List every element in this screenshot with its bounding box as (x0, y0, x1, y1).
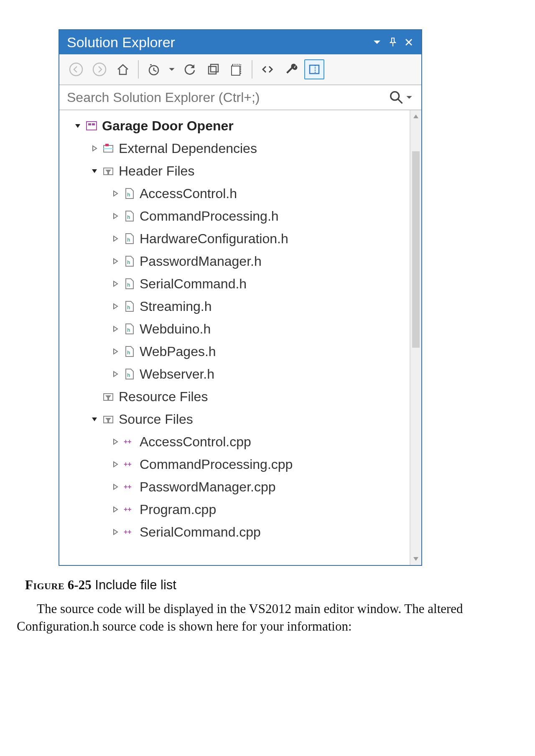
expand-collapse-icon[interactable] (110, 257, 121, 265)
file-label: Webduino.h (140, 321, 211, 337)
header-file-icon: h (121, 277, 137, 290)
toolbar-separator (138, 60, 139, 79)
file-node[interactable]: ++PasswordManager.cpp (59, 476, 410, 498)
expand-collapse-icon[interactable] (110, 190, 121, 197)
pending-changes-filter-button[interactable] (144, 59, 164, 79)
project-node[interactable]: Garage Door Opener (59, 115, 410, 137)
folder-label: Source Files (119, 412, 193, 427)
search-dropdown-icon[interactable] (405, 89, 414, 106)
panel-toolbar (59, 54, 421, 85)
svg-text:h: h (127, 305, 130, 311)
show-all-files-button[interactable] (227, 59, 247, 79)
home-button[interactable] (113, 59, 133, 79)
file-node[interactable]: hCommandProcessing.h (59, 205, 410, 227)
expand-collapse-icon[interactable] (110, 528, 121, 536)
svg-rect-15 (92, 123, 95, 125)
expand-collapse-icon[interactable] (110, 280, 121, 288)
scroll-down-icon[interactable] (410, 553, 421, 565)
folder-label: Resource Files (119, 389, 208, 405)
properties-button[interactable] (281, 59, 301, 79)
svg-rect-14 (88, 123, 91, 125)
file-node[interactable]: hHardwareConfiguration.h (59, 227, 410, 250)
file-label: WebPages.h (140, 344, 216, 359)
header-file-icon: h (121, 255, 137, 267)
solution-explorer-panel: Solution Explorer (59, 29, 422, 566)
file-node[interactable]: hAccessControl.h (59, 182, 410, 205)
cpp-file-icon: ++ (121, 503, 137, 516)
vertical-scrollbar[interactable] (410, 110, 421, 565)
svg-rect-9 (232, 66, 240, 75)
scroll-up-icon[interactable] (410, 110, 421, 122)
filter-folder-icon (100, 165, 116, 177)
file-label: SerialCommand.h (140, 276, 247, 292)
file-node[interactable]: ++SerialCommand.cpp (59, 521, 410, 543)
file-node[interactable]: ++CommandProcessing.cpp (59, 453, 410, 476)
search-input[interactable] (67, 90, 388, 105)
collapse-all-button[interactable] (203, 59, 223, 79)
expand-collapse-icon[interactable] (72, 122, 84, 130)
expand-collapse-icon[interactable] (110, 483, 121, 491)
expand-collapse-icon[interactable] (110, 348, 121, 355)
close-icon[interactable] (402, 36, 415, 49)
file-label: CommandProcessing.h (140, 209, 279, 224)
svg-rect-13 (87, 122, 97, 130)
folder-external-dependencies[interactable]: External Dependencies (59, 137, 410, 160)
expand-collapse-icon[interactable] (110, 212, 121, 220)
svg-point-4 (93, 63, 106, 76)
file-node[interactable]: hStreaming.h (59, 295, 410, 318)
folder-resource-files[interactable]: Resource Files (59, 385, 410, 408)
header-file-icon: h (121, 345, 137, 358)
file-node[interactable]: ++AccessControl.cpp (59, 430, 410, 453)
preview-selected-items-button[interactable] (304, 59, 324, 79)
svg-text:++: ++ (124, 461, 132, 468)
expand-collapse-icon[interactable] (110, 438, 121, 445)
file-label: Streaming.h (140, 299, 212, 314)
expand-collapse-icon[interactable] (110, 461, 121, 468)
expand-collapse-icon[interactable] (110, 325, 121, 333)
file-label: PasswordManager.h (140, 254, 262, 269)
svg-point-11 (391, 92, 399, 100)
pin-icon[interactable] (386, 36, 400, 49)
svg-text:h: h (127, 237, 130, 243)
file-label: CommandProcessing.cpp (140, 457, 293, 472)
search-icon[interactable] (388, 89, 405, 106)
dropdown-icon[interactable] (167, 59, 176, 79)
file-node[interactable]: hWebPages.h (59, 340, 410, 363)
header-file-icon: h (121, 210, 137, 222)
solution-tree[interactable]: Garage Door Opener External Dependencies (59, 110, 410, 565)
expand-collapse-icon[interactable] (89, 415, 100, 423)
view-code-button[interactable] (257, 59, 278, 79)
filter-folder-icon (100, 390, 116, 403)
expand-collapse-icon[interactable] (110, 235, 121, 242)
expand-collapse-icon[interactable] (110, 506, 121, 513)
sync-active-document-button[interactable] (180, 59, 200, 79)
folder-header-files[interactable]: Header Files (59, 160, 410, 182)
file-label: PasswordManager.cpp (140, 479, 276, 495)
file-node[interactable]: hWebserver.h (59, 363, 410, 385)
expand-collapse-icon[interactable] (89, 167, 100, 175)
figure-number: 6-25 (68, 578, 92, 592)
file-node[interactable]: hPasswordManager.h (59, 250, 410, 272)
file-label: SerialCommand.cpp (140, 524, 261, 540)
svg-text:h: h (127, 192, 130, 198)
header-file-icon: h (121, 187, 137, 200)
file-node[interactable]: hSerialCommand.h (59, 272, 410, 295)
svg-line-12 (398, 99, 402, 103)
expand-collapse-icon[interactable] (110, 303, 121, 310)
svg-text:h: h (127, 327, 130, 333)
expand-collapse-icon[interactable] (89, 145, 100, 152)
folder-source-files[interactable]: Source Files (59, 408, 410, 430)
panel-title: Solution Explorer (67, 34, 368, 51)
folder-label: External Dependencies (119, 141, 257, 156)
scrollbar-thumb[interactable] (412, 151, 420, 348)
nav-forward-button[interactable] (89, 59, 110, 79)
svg-text:++: ++ (124, 506, 132, 513)
file-node[interactable]: hWebduino.h (59, 318, 410, 340)
svg-rect-6 (209, 66, 216, 74)
file-node[interactable]: ++Program.cpp (59, 498, 410, 521)
nav-back-button[interactable] (66, 59, 86, 79)
svg-text:h: h (127, 260, 130, 265)
expand-collapse-icon[interactable] (110, 370, 121, 378)
header-file-icon: h (121, 368, 137, 380)
window-menu-dropdown-icon[interactable] (370, 36, 384, 49)
